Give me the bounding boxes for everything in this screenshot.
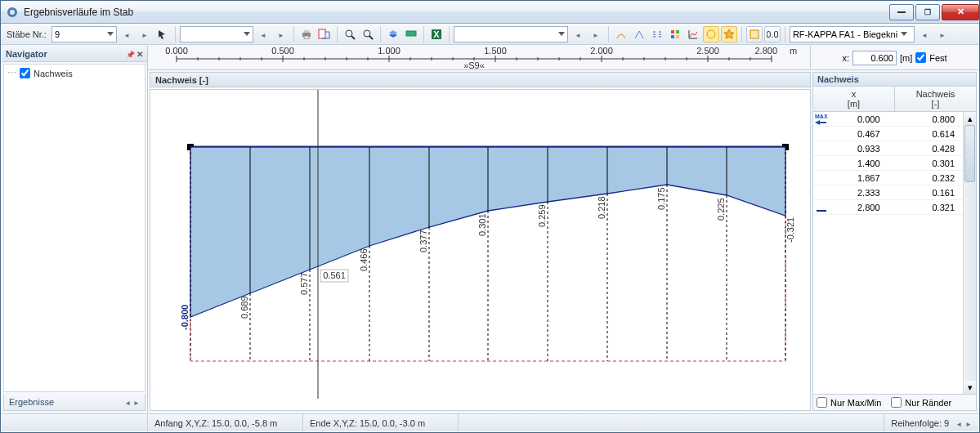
diagram-svg: 0.561 -0.800 0.689 0.577 0.466 0.377 0.3… (150, 90, 803, 399)
titlebar[interactable]: Ergebnisverläufe im Stab ❐ ✕ (1, 1, 979, 24)
star-b-icon (723, 29, 735, 40)
zoom-in-button[interactable] (342, 26, 358, 42)
table-row[interactable]: 0.4670.614 (813, 127, 963, 141)
next-lc-button[interactable] (273, 26, 289, 42)
nav-first-button[interactable] (570, 26, 586, 42)
excel-export-button[interactable]: X (428, 26, 445, 42)
results-panel: Nachweis x[m] Nachweis[-] MAX 0.0000.800… (812, 72, 977, 411)
tool-d-button[interactable] (667, 26, 683, 42)
layers-icon (387, 29, 399, 40)
arrow-right-icon (593, 29, 599, 39)
x-position-input[interactable] (852, 51, 897, 65)
svg-text:0.0: 0.0 (767, 29, 778, 39)
display-options-button[interactable] (403, 26, 419, 42)
prev-module-button[interactable] (916, 26, 933, 42)
end-arrow-icon (815, 208, 828, 213)
member-label: »S9« (463, 60, 485, 70)
close-button[interactable]: ✕ (942, 4, 979, 20)
tick-label: 1.500 (484, 46, 507, 56)
table-row[interactable]: 1.4000.301 (813, 156, 963, 171)
svg-text:0.259: 0.259 (537, 204, 547, 227)
col-nachweis[interactable]: Nachweis[-] (895, 87, 976, 111)
zoom-out-button[interactable] (360, 26, 376, 42)
tool-g-button[interactable] (721, 26, 737, 42)
prev-member-button[interactable] (119, 26, 135, 42)
print-button[interactable] (298, 26, 315, 42)
smoothing-combo[interactable] (454, 26, 568, 42)
table-row[interactable]: 2.3330.161 (813, 185, 963, 200)
cell-x: 1.400 (813, 156, 888, 170)
hatch-icon (651, 29, 663, 40)
view-settings-button[interactable] (385, 26, 401, 42)
nur-maxmin-checkbox[interactable] (817, 397, 827, 408)
tick-label: 2.800 (754, 46, 777, 56)
tool-i-button[interactable]: 0.0 (764, 26, 781, 42)
table-row[interactable]: 0.0000.800 (813, 112, 963, 127)
print-report-button[interactable] (316, 26, 333, 42)
tool-c-button[interactable] (649, 26, 665, 42)
x-position-panel: x: [m] Fest (810, 46, 978, 69)
cell-x: 1.867 (813, 171, 888, 185)
max-value-label: -0.800 (180, 305, 190, 330)
scroll-thumb[interactable] (964, 125, 975, 182)
next-module-button[interactable] (934, 26, 951, 42)
nav-last-button[interactable] (588, 26, 604, 42)
cell-nachweis: 0.301 (888, 156, 964, 170)
results-scrollbar[interactable]: ▴ ▾ (963, 112, 976, 394)
svg-text:-0.321: -0.321 (785, 217, 795, 243)
pick-member-button[interactable] (154, 26, 171, 42)
cursor-icon (157, 29, 168, 40)
cell-x: 0.467 (813, 127, 888, 141)
svg-text:0.466: 0.466 (359, 248, 369, 271)
svg-point-8 (364, 30, 370, 37)
member-number-value: 9 (55, 29, 60, 39)
order-prev-button[interactable] (955, 418, 962, 428)
display-icon (405, 29, 417, 40)
results-grid[interactable]: MAX 0.0000.8000.4670.6140.9330.4281.4000… (813, 112, 976, 394)
module-combo[interactable]: RF-KAPPA FA1 - Biegekni (790, 26, 915, 42)
arrow-left-icon (123, 29, 130, 39)
tool-e-button[interactable] (685, 26, 701, 42)
close-panel-button[interactable] (136, 49, 143, 59)
pin-icon[interactable] (126, 49, 135, 59)
fest-checkbox[interactable] (915, 52, 926, 63)
minimize-button[interactable] (889, 4, 914, 20)
tab-arrow-right-icon (133, 397, 140, 407)
dropdown-icon (244, 32, 250, 36)
nur-raender-checkbox[interactable] (891, 397, 902, 408)
dropdown-icon (901, 32, 907, 36)
svg-rect-5 (319, 29, 325, 38)
svg-line-7 (351, 36, 355, 39)
scroll-up-button[interactable]: ▴ (964, 112, 976, 125)
app-window: Ergebnisverläufe im Stab ❐ ✕ Stäbe Nr.: … (0, 0, 980, 433)
tick-label: 1.000 (378, 46, 401, 56)
tool-h-button[interactable] (746, 26, 763, 42)
cell-x: 0.933 (813, 141, 888, 155)
next-member-button[interactable] (136, 26, 153, 42)
chart-icon (687, 29, 699, 40)
nachweis-checkbox[interactable] (20, 68, 30, 78)
svg-point-1 (10, 10, 15, 15)
order-next-button[interactable] (965, 418, 972, 428)
table-row[interactable]: 1.8670.232 (813, 171, 963, 185)
svg-text:0.225: 0.225 (716, 198, 726, 221)
tool-f-button[interactable] (703, 26, 719, 42)
col-x[interactable]: x[m] (813, 87, 895, 111)
nur-raender-label: Nur Ränder (905, 398, 951, 408)
cell-nachweis: 0.232 (888, 171, 964, 185)
navigator-tab-ergebnisse[interactable]: Ergebnisse (3, 394, 145, 411)
tool-b-button[interactable] (631, 26, 647, 42)
tool-a-button[interactable] (613, 26, 629, 42)
table-row[interactable]: 0.9330.428 (813, 141, 963, 156)
cell-nachweis: 0.428 (888, 141, 964, 155)
loadcase-combo[interactable] (180, 26, 253, 42)
maximize-button[interactable]: ❐ (915, 4, 940, 20)
table-row[interactable]: 2.8000.321 (813, 200, 963, 215)
result-diagram[interactable]: 0.561 -0.800 0.689 0.577 0.466 0.377 0.3… (150, 89, 811, 411)
diagram-title: Nachweis [-] (150, 72, 811, 87)
scroll-down-button[interactable]: ▾ (964, 381, 976, 394)
prev-lc-button[interactable] (255, 26, 271, 42)
arrow-right-icon (939, 29, 946, 39)
member-number-combo[interactable]: 9 (51, 26, 117, 42)
navigator-item-nachweis[interactable]: ⋯ Nachweis (7, 68, 141, 78)
